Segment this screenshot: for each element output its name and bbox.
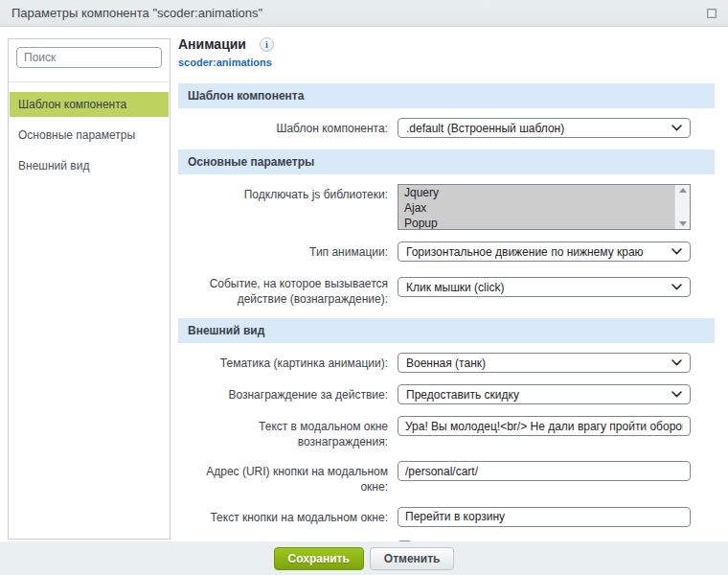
sidebar: Шаблон компонента Основные параметры Вне… xyxy=(8,38,171,540)
search-input[interactable] xyxy=(16,47,162,68)
component-parameters-dialog: Параметры компонента "scoder:animations"… xyxy=(0,0,728,575)
page-header: Анимации i xyxy=(178,36,715,53)
section-header-main-params: Основные параметры xyxy=(178,150,715,174)
field-row-button-text: Текст кнопки на модальном окне: xyxy=(178,507,715,527)
field-label-button-text: Текст кнопки на модальном окне: xyxy=(178,507,398,527)
modal-text-input[interactable] xyxy=(398,416,691,436)
chevron-down-icon xyxy=(671,284,682,290)
info-icon[interactable]: i xyxy=(260,37,274,52)
scroll-down-icon[interactable] xyxy=(679,221,687,226)
template-select-value: .default (Встроенный шаблон) xyxy=(406,122,666,135)
sidebar-divider xyxy=(9,81,170,82)
chevron-down-icon xyxy=(671,359,682,366)
field-row-event: Событие, на которое вызывается действие … xyxy=(178,273,715,307)
sidebar-item-appearance[interactable]: Внешний вид xyxy=(10,153,169,178)
page-title: Анимации xyxy=(178,36,246,53)
button-text-input[interactable] xyxy=(398,507,691,527)
main-panel: Анимации i scoder:animations Шаблон комп… xyxy=(171,27,728,541)
listbox-option-popup[interactable]: Popup xyxy=(398,216,674,230)
chevron-down-icon xyxy=(671,391,682,398)
sidebar-item-main-params[interactable]: Основные параметры xyxy=(10,123,169,148)
event-select-value: Клик мышки (click) xyxy=(406,281,666,294)
theme-select[interactable]: Военная (танк) xyxy=(398,353,691,373)
js-libraries-listbox[interactable]: Jquery Ajax Popup xyxy=(398,184,691,230)
field-row-reward: Вознаграждение за действие: Предоставить… xyxy=(178,384,715,404)
event-select[interactable]: Клик мышки (click) xyxy=(398,277,691,297)
field-label-reward: Вознаграждение за действие: xyxy=(178,384,398,404)
titlebar: Параметры компонента "scoder:animations" xyxy=(0,0,728,27)
field-label-animation-type: Тип анимации: xyxy=(178,242,398,262)
listbox-scrollbar[interactable] xyxy=(674,185,690,229)
field-row-modal-text: Текст в модальном окне вознаграждения: xyxy=(178,416,715,449)
listbox-option-ajax[interactable]: Ajax xyxy=(398,200,674,216)
section-header-template: Шаблон компонента xyxy=(178,83,715,108)
field-row-js-libs: Подключать js библиотеки: Jquery Ajax Po… xyxy=(178,184,715,230)
maximize-icon[interactable] xyxy=(707,9,717,18)
listbox-options: Jquery Ajax Popup xyxy=(398,185,674,229)
field-label-button-uri: Адрес (URI) кнопки на модальном окне: xyxy=(178,461,398,494)
section-header-appearance: Внешний вид xyxy=(178,318,715,343)
scroll-up-icon[interactable] xyxy=(679,188,687,193)
field-row-button-uri: Адрес (URI) кнопки на модальном окне: xyxy=(178,461,715,494)
template-select[interactable]: .default (Встроенный шаблон) xyxy=(398,118,691,138)
animation-type-select[interactable]: Горизонтальное движение по нижнему краю xyxy=(398,242,691,262)
footer-bar: Сохранить Отменить xyxy=(0,541,728,575)
reward-select[interactable]: Предоставить скидку xyxy=(398,384,691,404)
animation-type-select-value: Горизонтальное движение по нижнему краю xyxy=(406,245,666,259)
reward-select-value: Предоставить скидку xyxy=(406,388,666,402)
component-link[interactable]: scoder:animations xyxy=(178,57,272,68)
sidebar-item-template[interactable]: Шаблон компонента xyxy=(10,92,169,117)
dialog-title: Параметры компонента "scoder:animations" xyxy=(11,6,262,20)
field-label-modal-text: Текст в модальном окне вознаграждения: xyxy=(178,416,398,449)
field-row-theme: Тематика (картинка анимации): Военная (т… xyxy=(178,353,715,373)
field-label-template: Шаблон компонента: xyxy=(178,118,398,138)
cancel-button[interactable]: Отменить xyxy=(370,547,455,570)
theme-select-value: Военная (танк) xyxy=(406,356,666,370)
field-row-template: Шаблон компонента: .default (Встроенный … xyxy=(178,118,715,138)
field-label-js-libs: Подключать js библиотеки: xyxy=(178,184,398,230)
field-label-event: Событие, на которое вызывается действие … xyxy=(178,273,398,307)
button-uri-input[interactable] xyxy=(398,461,691,481)
chevron-down-icon xyxy=(671,125,682,131)
field-label-theme: Тематика (картинка анимации): xyxy=(178,353,398,373)
listbox-option-jquery[interactable]: Jquery xyxy=(398,185,674,200)
chevron-down-icon xyxy=(671,248,682,255)
dialog-body: Шаблон компонента Основные параметры Вне… xyxy=(0,27,728,541)
save-button[interactable]: Сохранить xyxy=(274,547,364,570)
field-row-animation-type: Тип анимации: Горизонтальное движение по… xyxy=(178,242,715,262)
